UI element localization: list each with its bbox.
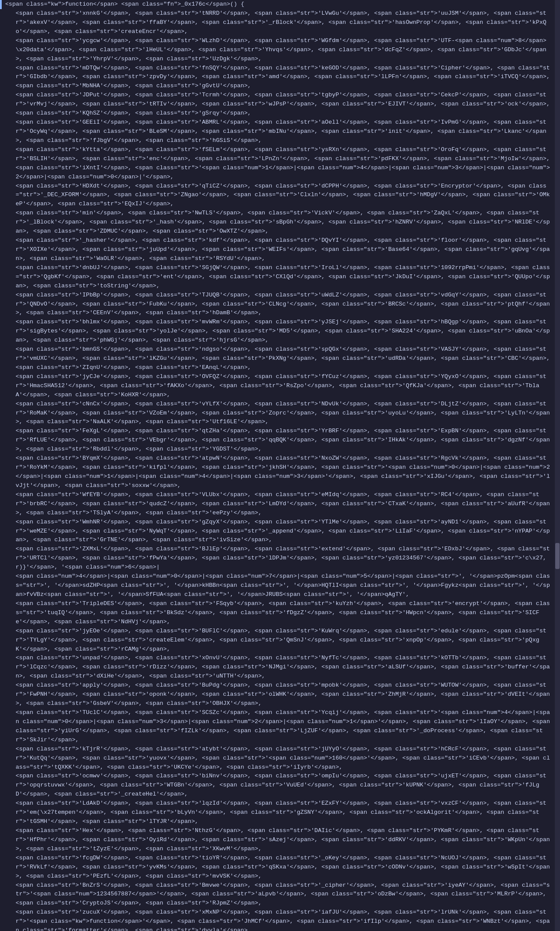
line-text: <span class="str">'cNnCx'</span>, <span … (2, 400, 560, 427)
line-text: <span class="str">'xnnkG'</span>, <span … (2, 9, 560, 36)
code-line: <span class="str">'GEEiI'</span>, <span … (0, 118, 560, 145)
code-line: <span class="str">'bmnGS'</span>, <span … (0, 345, 560, 372)
code-line: <span class="kw">function</span> <span c… (0, 0, 560, 9)
line-text: <span class="str">'unpad'</span>, <span … (2, 654, 560, 681)
code-line: <span class="str">'WfEYB'</span>, <span … (0, 490, 560, 518)
line-text: <span class="str">'bmnGS'</span>, <span … (2, 345, 560, 372)
code-line: <span class="str">'ycgcw'</span>, <span … (0, 36, 560, 64)
line-text: <span class="str">'LdAkD'</span>, <span … (2, 799, 560, 826)
code-line: <span class="str">'BnZrS'</span>, <span … (0, 881, 560, 908)
line-text: <span class="str">'_hasher'</span>, <spa… (2, 236, 560, 263)
code-line: <span class="str">'Hex'</span>, <span cl… (0, 826, 560, 854)
code-line: <span class="str">'_hasher'</span>, <spa… (0, 236, 560, 263)
code-line: <span class="str">'ZXMxL'</span>, <span … (0, 545, 560, 572)
code-line: <span class="str">'JDPut'</span>, <span … (0, 91, 560, 118)
code-line: <span class="str">'bhlmx'</span>, <span … (0, 318, 560, 345)
line-text: <span class="str">'jyEOe'</span>, <span … (2, 627, 560, 654)
code-line: <span class="str">'dnbUJ'</span>, <span … (0, 263, 560, 291)
line-text: <span class="str">'apply'</span>, <span … (2, 681, 560, 708)
line-text: <span class="str">'IPbBp'</span>, <span … (2, 291, 560, 318)
line-text: <span class="num">4</span>|<span class="… (2, 572, 560, 599)
code-line: <span class="str">'jyEOe'</span>, <span … (0, 627, 560, 654)
code-line: <span class="str">'fcgDW'</span>, <span … (0, 854, 560, 881)
code-line: <span class="str">'min'</span>, <span cl… (0, 209, 560, 236)
code-line: <span class="str">'apply'</span>, <span … (0, 681, 560, 708)
line-text: <span class="str">'TUclC'</span>, <span … (2, 708, 560, 745)
line-text: <span class="str">'min'</span>, <span cl… (2, 209, 560, 236)
line-text: <span class="str">'BYqmX'</span>, <span … (2, 454, 560, 490)
code-line: <span class="str">'TripleDES'</span>, <s… (0, 599, 560, 627)
code-line: <span class="str">'mDTQw'</span>, <span … (0, 64, 560, 91)
code-line: <span class="str">'kYtta'</span>, <span … (0, 145, 560, 182)
code-line: <span class="str">'WmhNR'</span>, <span … (0, 518, 560, 545)
code-line: <span class="str">'kTjrR'</span>, <span … (0, 745, 560, 772)
code-line: <span class="str">'ocmwv'</span>, <span … (0, 772, 560, 799)
line-text: <span class="str">'dnbUJ'</span>, <span … (2, 263, 560, 291)
line-text: <span class="str">'BnZrS'</span>, <span … (2, 881, 560, 908)
line-text: <span class="str">'bhlmx'</span>, <span … (2, 318, 560, 345)
line-text: <span class="kw">function</span> <span c… (2, 0, 560, 9)
line-text: <span class="str">'zucuX'</span>, <span … (2, 908, 560, 931)
code-line: <span class="str">'IPbBp'</span>, <span … (0, 291, 560, 318)
code-line: <span class="str">'FeXgL'</span>, <span … (0, 427, 560, 454)
line-text: <span class="str">'jyCJe'</span>, <span … (2, 372, 560, 400)
line-text: <span class="str">'ocmwv'</span>, <span … (2, 772, 560, 799)
code-editor: <span class="kw">function</span> <span c… (0, 0, 560, 931)
code-line: <span class="str">'xnnkG'</span>, <span … (0, 9, 560, 36)
line-text: <span class="str">'TripleDES'</span>, <s… (2, 599, 560, 627)
code-line: <span class="str">'zucuX'</span>, <span … (0, 908, 560, 931)
code-line: <span class="str">'BYqmX'</span>, <span … (0, 454, 560, 490)
code-line: <span class="str">'cNnCx'</span>, <span … (0, 400, 560, 427)
line-text: <span class="str">'fcgDW'</span>, <span … (2, 854, 560, 881)
line-text: <span class="str">'mDTQw'</span>, <span … (2, 64, 560, 91)
lines-container: <span class="kw">function</span> <span c… (0, 0, 560, 931)
code-line: <span class="str">'HDXdt'</span>, <span … (0, 182, 560, 209)
code-line: <span class="str">'LdAkD'</span>, <span … (0, 799, 560, 826)
line-text: <span class="str">'ZXMxL'</span>, <span … (2, 545, 560, 572)
line-text: <span class="str">'WfEYB'</span>, <span … (2, 490, 560, 518)
line-text: <span class="str">'Hex'</span>, <span cl… (2, 826, 560, 854)
line-text: <span class="str">'kTjrR'</span>, <span … (2, 745, 560, 772)
code-line: <span class="str">'TUclC'</span>, <span … (0, 708, 560, 745)
line-text: <span class="str">'ycgcw'</span>, <span … (2, 36, 560, 64)
scrollbar-thumb[interactable] (555, 543, 560, 569)
line-text: <span class="str">'GEEiI'</span>, <span … (2, 118, 560, 145)
line-text: <span class="str">'FeXgL'</span>, <span … (2, 427, 560, 454)
code-line: <span class="num">4</span>|<span class="… (0, 572, 560, 599)
code-line: <span class="str">'unpad'</span>, <span … (0, 654, 560, 681)
code-line: <span class="str">'jyCJe'</span>, <span … (0, 372, 560, 400)
line-text: <span class="str">'JDPut'</span>, <span … (2, 91, 560, 118)
scrollbar[interactable] (555, 0, 560, 931)
line-text: <span class="str">'kYtta'</span>, <span … (2, 145, 560, 182)
line-text: <span class="str">'HDXdt'</span>, <span … (2, 182, 560, 209)
line-text: <span class="str">'WmhNR'</span>, <span … (2, 518, 560, 545)
